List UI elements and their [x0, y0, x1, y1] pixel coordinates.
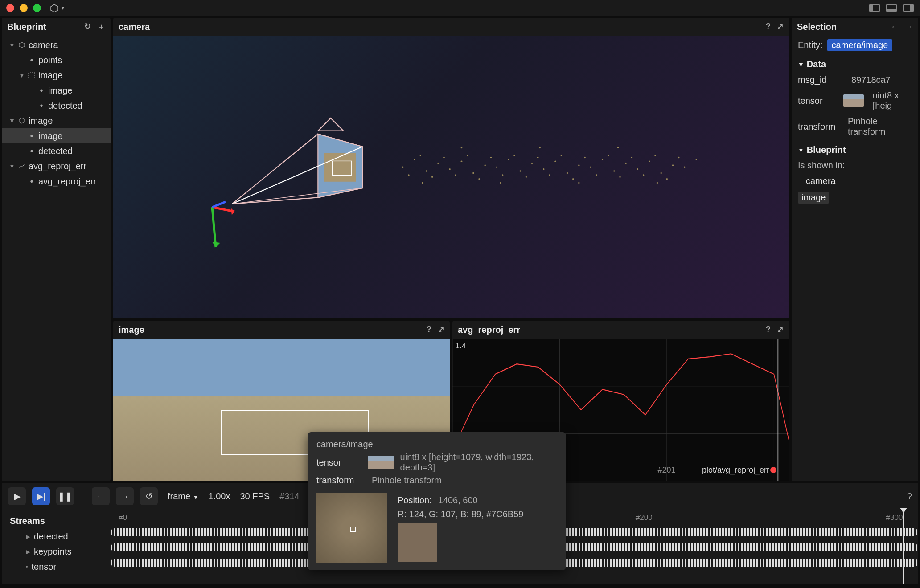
playhead[interactable]: [903, 510, 904, 584]
shown-in-label: Is shown in:: [798, 160, 912, 171]
svg-point-36: [478, 178, 480, 180]
svg-point-23: [625, 163, 627, 164]
tree-label: detected: [48, 101, 82, 111]
help-icon[interactable]: ?: [766, 325, 771, 335]
svg-marker-1: [19, 42, 25, 48]
layout-toggle-group: [869, 4, 914, 12]
tree-item-image-view[interactable]: ▼ image: [2, 113, 111, 128]
svg-point-22: [613, 171, 615, 172]
follow-button[interactable]: ▶|: [32, 487, 50, 505]
svg-point-30: [408, 174, 410, 176]
step-back-button[interactable]: ←: [92, 487, 110, 505]
entity-chip[interactable]: camera/image: [827, 39, 893, 51]
hover-rgb-value: R: 124, G: 107, B: 89, #7C6B59: [398, 509, 523, 519]
nav-back-button[interactable]: ←: [891, 22, 899, 32]
svg-point-42: [549, 174, 550, 176]
maximize-icon[interactable]: ⤢: [777, 325, 784, 335]
data-section-header[interactable]: ▼ Data: [798, 59, 912, 69]
viewport-3d-canvas[interactable]: [113, 36, 789, 318]
playback-fps[interactable]: 30 FPS: [240, 491, 270, 502]
transform-value: Pinhole transform: [848, 116, 912, 137]
loop-button[interactable]: ↺: [140, 487, 158, 505]
tree-item-detected2[interactable]: • detected: [2, 143, 111, 159]
step-forward-button[interactable]: →: [116, 487, 134, 505]
svg-point-58: [578, 182, 580, 184]
maximize-window-button[interactable]: [33, 4, 41, 12]
image-panel-header: image ? ⤢: [113, 321, 450, 339]
tree-label: image: [48, 86, 72, 96]
play-button[interactable]: ▶: [8, 487, 26, 505]
help-icon[interactable]: ?: [766, 22, 771, 32]
tree-label: avg_reproj_err: [29, 161, 86, 172]
tree-item-image-selected[interactable]: • image: [2, 128, 111, 143]
entity-label: Entity:: [798, 40, 823, 50]
timeline-unit-selector[interactable]: frame ▼: [168, 491, 199, 502]
close-window-button[interactable]: [6, 4, 14, 12]
toggle-bottom-panel-button[interactable]: [886, 4, 897, 12]
app-menu[interactable]: ▾: [50, 4, 64, 12]
stream-row-detected[interactable]: ▶ detected: [2, 529, 111, 544]
svg-point-25: [649, 161, 650, 163]
svg-rect-2: [29, 73, 35, 78]
hover-position-key: Position:: [398, 495, 432, 506]
hover-tensor-key: tensor: [316, 457, 361, 468]
maximize-icon[interactable]: ⤢: [438, 325, 444, 335]
selection-header: Selection ← →: [792, 18, 918, 36]
expand-arrow-icon[interactable]: ▼: [9, 41, 15, 49]
svg-point-59: [617, 147, 619, 149]
blueprint-panel: Blueprint ↻ ＋ ▼ camera • points ▼: [2, 18, 111, 481]
reset-blueprint-button[interactable]: ↻: [84, 21, 91, 32]
nav-forward-button[interactable]: →: [905, 22, 913, 32]
minimize-window-button[interactable]: [20, 4, 28, 12]
svg-point-50: [643, 174, 645, 176]
svg-point-11: [484, 164, 486, 166]
svg-point-55: [460, 147, 462, 149]
maximize-icon[interactable]: ⤢: [777, 22, 784, 32]
tree-label: image: [38, 70, 62, 81]
svg-marker-69: [318, 118, 343, 131]
selection-panel: Selection ← → Entity: camera/image ▼ Dat…: [792, 18, 918, 481]
tree-label: camera: [29, 40, 58, 50]
playback-speed[interactable]: 1.00x: [209, 491, 230, 502]
svg-point-57: [539, 147, 541, 149]
tree-item-camera[interactable]: ▼ camera: [2, 37, 111, 53]
svg-point-4: [402, 167, 404, 168]
svg-point-29: [695, 159, 697, 160]
svg-point-32: [431, 176, 433, 178]
chevron-down-icon: ▼: [798, 147, 804, 154]
svg-marker-3: [19, 118, 25, 123]
svg-point-56: [500, 182, 501, 184]
toggle-left-panel-button[interactable]: [869, 4, 880, 12]
toggle-right-panel-button[interactable]: [903, 4, 914, 12]
svg-line-72: [212, 207, 216, 247]
tree-item-image-frame[interactable]: ▼ image: [2, 68, 111, 83]
expand-arrow-icon[interactable]: ▼: [9, 117, 15, 124]
blueprint-header: Blueprint ↻ ＋: [2, 18, 111, 36]
blueprint-section-header[interactable]: ▼ Blueprint: [798, 145, 912, 155]
svg-point-10: [472, 172, 474, 174]
tree-item-image-child[interactable]: • image: [2, 83, 111, 98]
tree-item-avg-reproj-child[interactable]: • avg_reproj_err: [2, 174, 111, 189]
tree-item-detected[interactable]: • detected: [2, 98, 111, 113]
expand-arrow-icon[interactable]: ▼: [9, 163, 15, 170]
dot-icon: •: [28, 56, 36, 64]
help-icon[interactable]: ?: [907, 491, 912, 502]
tree-item-points[interactable]: • points: [2, 53, 111, 68]
timeline-tick: #300: [886, 513, 903, 522]
viewport-title: camera: [119, 22, 150, 32]
shown-in-image[interactable]: image: [798, 192, 829, 204]
add-blueprint-button[interactable]: ＋: [97, 21, 105, 32]
pause-button[interactable]: ❚❚: [56, 487, 74, 505]
shown-in-camera[interactable]: camera: [798, 176, 912, 186]
tree-item-avg-reproj[interactable]: ▼ avg_reproj_err: [2, 159, 111, 174]
current-frame: #314: [279, 491, 300, 502]
help-icon[interactable]: ?: [427, 325, 431, 335]
svg-point-46: [596, 174, 597, 176]
stream-row-tensor[interactable]: • tensor: [2, 559, 111, 574]
expand-arrow-icon[interactable]: ▶: [26, 533, 30, 540]
expand-arrow-icon[interactable]: ▼: [19, 72, 25, 79]
stream-row-keypoints[interactable]: ▶ keypoints: [2, 544, 111, 559]
expand-arrow-icon[interactable]: ▶: [26, 548, 30, 555]
svg-point-33: [443, 157, 445, 159]
chevron-down-icon: ▾: [62, 5, 64, 11]
